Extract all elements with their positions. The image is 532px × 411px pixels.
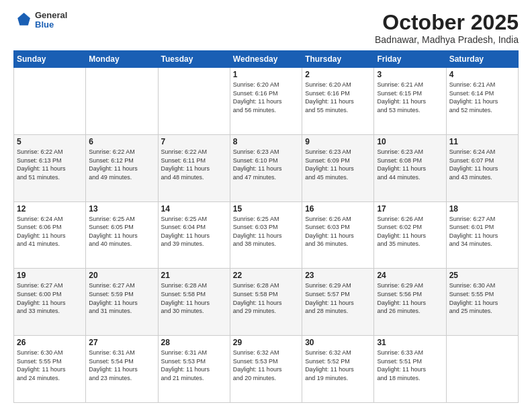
day-number: 5 (17, 137, 83, 146)
day-info: Sunrise: 6:31 AM Sunset: 5:54 PM Dayligh… (89, 349, 154, 382)
day-info: Sunrise: 6:22 AM Sunset: 6:13 PM Dayligh… (17, 148, 83, 181)
day-info: Sunrise: 6:33 AM Sunset: 5:51 PM Dayligh… (377, 349, 443, 382)
calendar-cell: 16Sunrise: 6:26 AM Sunset: 6:03 PM Dayli… (302, 201, 374, 269)
day-number: 12 (17, 204, 83, 214)
day-info: Sunrise: 6:28 AM Sunset: 5:58 PM Dayligh… (161, 281, 227, 315)
day-number: 21 (161, 271, 227, 280)
calendar-week-3: 12Sunrise: 6:24 AM Sunset: 6:06 PM Dayli… (14, 201, 519, 269)
day-info: Sunrise: 6:20 AM Sunset: 6:16 PM Dayligh… (233, 81, 299, 114)
day-info: Sunrise: 6:20 AM Sunset: 6:16 PM Dayligh… (305, 81, 371, 114)
calendar-cell: 11Sunrise: 6:24 AM Sunset: 6:07 PM Dayli… (446, 134, 518, 201)
logo-icon (13, 11, 32, 30)
calendar-cell: 2Sunrise: 6:20 AM Sunset: 6:16 PM Daylig… (302, 68, 374, 135)
day-info: Sunrise: 6:30 AM Sunset: 5:55 PM Dayligh… (449, 281, 515, 315)
col-tuesday: Tuesday (158, 51, 230, 68)
page: General Blue October 2025 Badnawar, Madh… (0, 0, 532, 411)
day-number: 18 (449, 204, 515, 214)
day-info: Sunrise: 6:23 AM Sunset: 6:08 PM Dayligh… (377, 148, 443, 181)
day-info: Sunrise: 6:23 AM Sunset: 6:09 PM Dayligh… (305, 148, 371, 181)
day-number: 23 (305, 271, 371, 280)
calendar-cell: 10Sunrise: 6:23 AM Sunset: 6:08 PM Dayli… (374, 134, 446, 201)
logo-general: General (35, 11, 67, 20)
calendar-cell: 5Sunrise: 6:22 AM Sunset: 6:13 PM Daylig… (14, 134, 86, 201)
day-number: 27 (89, 338, 154, 347)
logo: General Blue (13, 11, 67, 30)
svg-marker-0 (17, 13, 30, 26)
calendar-header-row: Sunday Monday Tuesday Wednesday Thursday… (14, 51, 519, 68)
day-number: 7 (161, 137, 227, 146)
day-number: 31 (377, 338, 443, 347)
day-number: 8 (233, 137, 299, 146)
col-thursday: Thursday (302, 51, 374, 68)
calendar-cell (86, 68, 158, 135)
day-number: 16 (305, 204, 371, 214)
col-saturday: Saturday (446, 51, 518, 68)
day-number: 11 (449, 137, 515, 146)
col-friday: Friday (374, 51, 446, 68)
calendar-cell: 7Sunrise: 6:22 AM Sunset: 6:11 PM Daylig… (158, 134, 230, 201)
calendar-cell: 21Sunrise: 6:28 AM Sunset: 5:58 PM Dayli… (158, 269, 230, 336)
calendar-cell: 27Sunrise: 6:31 AM Sunset: 5:54 PM Dayli… (86, 336, 158, 403)
col-sunday: Sunday (14, 51, 86, 68)
logo-blue: Blue (35, 20, 67, 30)
calendar-cell: 18Sunrise: 6:27 AM Sunset: 6:01 PM Dayli… (446, 201, 518, 269)
calendar-week-1: 1Sunrise: 6:20 AM Sunset: 6:16 PM Daylig… (14, 68, 519, 135)
calendar-cell: 29Sunrise: 6:32 AM Sunset: 5:53 PM Dayli… (230, 336, 302, 403)
calendar-cell: 25Sunrise: 6:30 AM Sunset: 5:55 PM Dayli… (446, 269, 518, 336)
day-info: Sunrise: 6:25 AM Sunset: 6:04 PM Dayligh… (161, 215, 227, 248)
day-info: Sunrise: 6:22 AM Sunset: 6:12 PM Dayligh… (89, 148, 154, 181)
day-number: 1 (233, 70, 299, 79)
title-block: October 2025 Badnawar, Madhya Pradesh, I… (375, 11, 519, 45)
day-number: 29 (233, 338, 299, 347)
day-info: Sunrise: 6:32 AM Sunset: 5:52 PM Dayligh… (305, 349, 371, 382)
day-info: Sunrise: 6:27 AM Sunset: 6:01 PM Dayligh… (449, 215, 515, 248)
day-number: 19 (17, 271, 83, 280)
day-info: Sunrise: 6:22 AM Sunset: 6:11 PM Dayligh… (161, 148, 227, 181)
calendar-cell (446, 336, 518, 403)
day-info: Sunrise: 6:29 AM Sunset: 5:57 PM Dayligh… (305, 281, 371, 315)
calendar-week-2: 5Sunrise: 6:22 AM Sunset: 6:13 PM Daylig… (14, 134, 519, 201)
month-title: October 2025 (375, 11, 519, 34)
day-number: 13 (89, 204, 154, 214)
calendar-cell: 31Sunrise: 6:33 AM Sunset: 5:51 PM Dayli… (374, 336, 446, 403)
day-info: Sunrise: 6:21 AM Sunset: 6:14 PM Dayligh… (449, 81, 515, 114)
calendar-cell: 23Sunrise: 6:29 AM Sunset: 5:57 PM Dayli… (302, 269, 374, 336)
day-info: Sunrise: 6:27 AM Sunset: 6:00 PM Dayligh… (17, 281, 83, 315)
day-number: 3 (377, 70, 443, 79)
calendar-cell: 24Sunrise: 6:29 AM Sunset: 5:56 PM Dayli… (374, 269, 446, 336)
calendar-cell: 13Sunrise: 6:25 AM Sunset: 6:05 PM Dayli… (86, 201, 158, 269)
calendar-table: Sunday Monday Tuesday Wednesday Thursday… (13, 50, 519, 403)
location: Badnawar, Madhya Pradesh, India (375, 34, 519, 45)
calendar-cell: 1Sunrise: 6:20 AM Sunset: 6:16 PM Daylig… (230, 68, 302, 135)
day-info: Sunrise: 6:25 AM Sunset: 6:05 PM Dayligh… (89, 215, 154, 248)
day-number: 25 (449, 271, 515, 280)
day-info: Sunrise: 6:24 AM Sunset: 6:07 PM Dayligh… (449, 148, 515, 181)
calendar-cell: 6Sunrise: 6:22 AM Sunset: 6:12 PM Daylig… (86, 134, 158, 201)
day-number: 30 (305, 338, 371, 347)
calendar-cell: 12Sunrise: 6:24 AM Sunset: 6:06 PM Dayli… (14, 201, 86, 269)
day-number: 2 (305, 70, 371, 79)
calendar-cell: 22Sunrise: 6:28 AM Sunset: 5:58 PM Dayli… (230, 269, 302, 336)
calendar-cell: 17Sunrise: 6:26 AM Sunset: 6:02 PM Dayli… (374, 201, 446, 269)
day-number: 4 (449, 70, 515, 79)
header: General Blue October 2025 Badnawar, Madh… (13, 11, 519, 45)
day-number: 22 (233, 271, 299, 280)
day-info: Sunrise: 6:26 AM Sunset: 6:02 PM Dayligh… (377, 215, 443, 248)
day-number: 17 (377, 204, 443, 214)
day-info: Sunrise: 6:21 AM Sunset: 6:15 PM Dayligh… (377, 81, 443, 114)
calendar-week-4: 19Sunrise: 6:27 AM Sunset: 6:00 PM Dayli… (14, 269, 519, 336)
calendar-cell: 9Sunrise: 6:23 AM Sunset: 6:09 PM Daylig… (302, 134, 374, 201)
calendar-cell: 15Sunrise: 6:25 AM Sunset: 6:03 PM Dayli… (230, 201, 302, 269)
day-info: Sunrise: 6:24 AM Sunset: 6:06 PM Dayligh… (17, 215, 83, 248)
calendar-cell: 19Sunrise: 6:27 AM Sunset: 6:00 PM Dayli… (14, 269, 86, 336)
day-info: Sunrise: 6:31 AM Sunset: 5:53 PM Dayligh… (161, 349, 227, 382)
col-wednesday: Wednesday (230, 51, 302, 68)
day-info: Sunrise: 6:29 AM Sunset: 5:56 PM Dayligh… (377, 281, 443, 315)
day-number: 15 (233, 204, 299, 214)
day-number: 14 (161, 204, 227, 214)
calendar-cell: 30Sunrise: 6:32 AM Sunset: 5:52 PM Dayli… (302, 336, 374, 403)
calendar-cell: 4Sunrise: 6:21 AM Sunset: 6:14 PM Daylig… (446, 68, 518, 135)
calendar-week-5: 26Sunrise: 6:30 AM Sunset: 5:55 PM Dayli… (14, 336, 519, 403)
calendar-cell (14, 68, 86, 135)
day-info: Sunrise: 6:23 AM Sunset: 6:10 PM Dayligh… (233, 148, 299, 181)
